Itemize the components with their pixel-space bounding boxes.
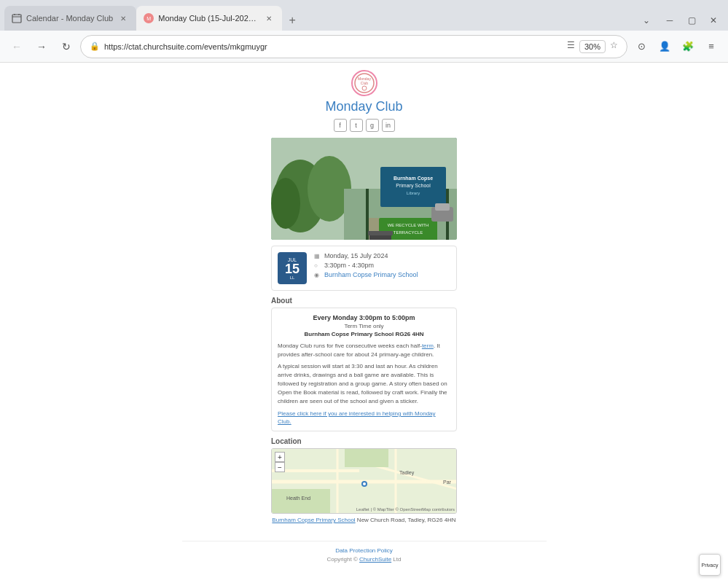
nav-bar: ← → ↻ 🔒 https://ctat.churchsuite.com/eve… bbox=[0, 31, 728, 63]
tab-list-button[interactable]: ⌄ bbox=[636, 10, 657, 31]
svg-text:WE RECYCLE WITH: WE RECYCLE WITH bbox=[388, 223, 429, 227]
svg-text:Burnham Copse: Burnham Copse bbox=[394, 176, 433, 181]
svg-text:TERRACYCLE: TERRACYCLE bbox=[394, 230, 423, 235]
date-dow: LL bbox=[290, 275, 295, 280]
tab-event[interactable]: M Monday Club (15-Jul-2024) · Ch ✕ bbox=[136, 6, 282, 31]
event-location-row: ◉ Burnham Copse Primary School bbox=[314, 271, 450, 278]
about-heading: Every Monday 3:00pm to 5:00pm bbox=[278, 314, 450, 321]
tab-calendar[interactable]: Calendar - Monday Club ✕ bbox=[4, 6, 136, 31]
location-section: Location bbox=[271, 437, 457, 529]
svg-rect-26 bbox=[368, 231, 393, 235]
reader-mode-icon[interactable]: ☰ bbox=[567, 40, 575, 53]
twitter-icon[interactable]: t bbox=[350, 119, 363, 132]
page-content: Monday Club Monday Club f t g in bbox=[182, 63, 547, 583]
bookmark-icon[interactable]: ☆ bbox=[610, 40, 618, 53]
event-date-text: Monday, 15 July 2024 bbox=[324, 252, 388, 259]
svg-point-7 bbox=[362, 86, 367, 90]
reload-button[interactable]: ↻ bbox=[55, 36, 77, 58]
svg-text:Heath End: Heath End bbox=[286, 496, 310, 501]
about-para2: A typical session will start at 3:30 and… bbox=[278, 362, 450, 406]
browser-actions: ⊙ 👤 🧩 ≡ bbox=[630, 36, 722, 58]
about-para1-text: Monday Club runs for five consecutive we… bbox=[278, 343, 440, 358]
address-text: https://ctat.churchsuite.com/events/mkgm… bbox=[104, 42, 563, 51]
svg-point-11 bbox=[271, 178, 300, 229]
tab-calendar-close[interactable]: ✕ bbox=[117, 12, 129, 24]
svg-rect-0 bbox=[12, 15, 21, 23]
social-icons: f t g in bbox=[334, 119, 395, 132]
menu-icon[interactable]: ≡ bbox=[700, 36, 722, 58]
map-container[interactable]: Heath End Tadley Par + − Leaflet | © Map… bbox=[271, 448, 457, 514]
map-zoom-out[interactable]: − bbox=[275, 462, 285, 472]
map-bg: Heath End Tadley Par + − Leaflet | © Map… bbox=[272, 449, 456, 513]
secure-icon: 🔒 bbox=[90, 42, 100, 51]
footer: Data Protection Policy Copyright © Churc… bbox=[182, 541, 547, 568]
about-box: Every Monday 3:00pm to 5:00pm Term Time … bbox=[271, 308, 457, 431]
zoom-badge[interactable]: 30% bbox=[579, 40, 606, 53]
event-card: JUL 15 LL ▦ Monday, 15 July 2024 ○ 3:30p… bbox=[271, 246, 457, 291]
date-day: 15 bbox=[285, 262, 300, 275]
event-date-row: ▦ Monday, 15 July 2024 bbox=[314, 252, 450, 259]
content-area: Monday Club Monday Club f t g in bbox=[0, 63, 728, 583]
calendar-info-icon: ▦ bbox=[314, 253, 321, 259]
about-section-title: About bbox=[271, 297, 457, 305]
location-icon: ◉ bbox=[314, 272, 321, 278]
site-logo: Monday Club bbox=[350, 70, 379, 96]
event-time-row: ○ 3:30pm - 4:30pm bbox=[314, 262, 450, 269]
copyright-label: Copyright © bbox=[327, 556, 358, 563]
tab-event-close[interactable]: ✕ bbox=[263, 12, 275, 24]
extensions-icon[interactable]: 🧩 bbox=[677, 36, 699, 58]
map-zoom-in[interactable]: + bbox=[275, 452, 285, 462]
address-actions: ☰ 30% ☆ bbox=[567, 40, 618, 53]
location-section-title: Location bbox=[271, 437, 457, 445]
about-section: About Every Monday 3:00pm to 5:00pm Term… bbox=[271, 297, 457, 431]
map-address-text: Burnham Copse Primary School New Church … bbox=[272, 517, 455, 523]
help-link[interactable]: Please click here if you are interested … bbox=[278, 410, 436, 425]
pocket-icon[interactable]: ⊙ bbox=[630, 36, 652, 58]
svg-text:Club: Club bbox=[360, 81, 368, 85]
event-time-text: 3:30pm - 4:30pm bbox=[324, 262, 374, 269]
privacy-policy-link[interactable]: Data Protection Policy bbox=[188, 547, 541, 554]
tab-calendar-icon bbox=[12, 13, 22, 23]
map-attribution: Leaflet | © MapTiler © OpenStreetMap con… bbox=[356, 507, 455, 512]
svg-point-36 bbox=[363, 482, 366, 485]
tab-controls: ⌄ bbox=[636, 10, 657, 31]
browser-frame: Calendar - Monday Club ✕ M Monday Club (… bbox=[0, 0, 728, 583]
tab-calendar-title: Calendar - Monday Club bbox=[26, 14, 113, 23]
minimize-button[interactable]: ─ bbox=[659, 10, 680, 31]
facebook-icon[interactable]: f bbox=[334, 119, 347, 132]
address-bar[interactable]: 🔒 https://ctat.churchsuite.com/events/mk… bbox=[80, 35, 627, 58]
copyright-text: Copyright © ChurchSuite Ltd bbox=[188, 556, 541, 563]
maximize-button[interactable]: ▢ bbox=[681, 10, 702, 31]
event-info: ▦ Monday, 15 July 2024 ○ 3:30pm - 4:30pm… bbox=[314, 252, 450, 281]
about-sub: Term Time only bbox=[278, 323, 450, 329]
tab-event-title: Monday Club (15-Jul-2024) · Ch bbox=[158, 14, 259, 23]
clock-icon: ○ bbox=[314, 262, 321, 269]
google-plus-icon[interactable]: g bbox=[366, 119, 379, 132]
svg-rect-33 bbox=[272, 489, 330, 514]
svg-text:Library: Library bbox=[407, 191, 420, 195]
new-tab-button[interactable]: + bbox=[282, 10, 302, 31]
tab-event-icon: M bbox=[144, 13, 154, 23]
map-address: Burnham Copse Primary School New Church … bbox=[271, 517, 457, 523]
back-button[interactable]: ← bbox=[6, 36, 28, 58]
svg-text:Primary School: Primary School bbox=[396, 183, 431, 189]
svg-rect-24 bbox=[435, 203, 450, 211]
map-zoom-controls: + − bbox=[275, 452, 285, 472]
logo-circle: Monday Club bbox=[351, 70, 377, 96]
tab-bar: Calendar - Monday Club ✕ M Monday Club (… bbox=[0, 0, 728, 31]
event-location-link[interactable]: Burnham Copse Primary School bbox=[324, 271, 418, 278]
churchsuite-link[interactable]: ChurchSuite bbox=[359, 556, 391, 563]
about-para2-text: A typical session will start at 3:30 and… bbox=[278, 363, 447, 404]
svg-text:Tadley: Tadley bbox=[399, 470, 415, 476]
svg-text:Par: Par bbox=[443, 480, 452, 485]
privacy-badge[interactable]: Privacy bbox=[699, 554, 721, 576]
event-image: Burnham Copse Primary School Library WE … bbox=[271, 138, 457, 240]
forward-button[interactable]: → bbox=[31, 36, 52, 58]
date-badge: JUL 15 LL bbox=[278, 252, 307, 284]
linkedin-icon[interactable]: in bbox=[382, 119, 395, 132]
about-para1: Monday Club runs for five consecutive we… bbox=[278, 342, 450, 359]
copyright-suffix: Ltd bbox=[393, 556, 401, 563]
close-button[interactable]: ✕ bbox=[703, 10, 724, 31]
account-icon[interactable]: 👤 bbox=[654, 36, 676, 58]
svg-rect-34 bbox=[345, 449, 388, 467]
